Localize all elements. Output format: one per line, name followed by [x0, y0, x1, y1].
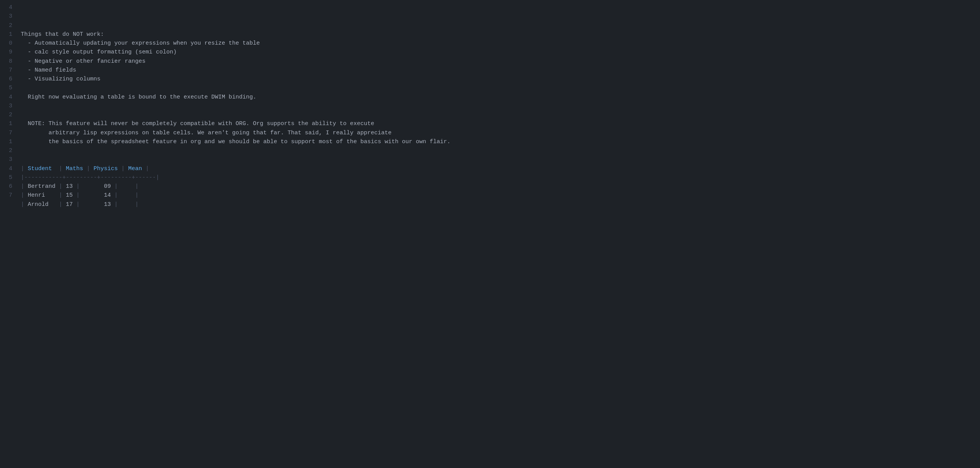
text-line	[21, 146, 980, 155]
text-line	[21, 155, 980, 164]
line-number: 5	[0, 84, 12, 92]
line-numbers: 4321098765432171234567	[0, 0, 18, 468]
line-number: 1	[0, 30, 12, 39]
text-line: - Visualizing columns	[21, 75, 980, 84]
text-line	[21, 218, 980, 227]
text-line: NOTE: This feature will never be complet…	[21, 119, 980, 128]
line-number: 3	[0, 102, 12, 110]
line-number: 2	[0, 21, 12, 30]
text-line: - Named fields	[21, 66, 980, 75]
table-row-line: | Arnold | 17 | 13 | |	[21, 200, 980, 209]
line-number: 9	[0, 48, 12, 57]
line-number: 6	[0, 75, 12, 84]
line-number: 4	[0, 93, 12, 102]
line-number: 4	[0, 164, 12, 173]
editor-content[interactable]: Things that do NOT work: - Automatically…	[18, 0, 980, 468]
line-number: 0	[0, 39, 12, 48]
text-line: - Automatically updating your expression…	[21, 39, 980, 48]
line-number: 4	[0, 3, 12, 12]
line-number: 3	[0, 155, 12, 164]
line-number: 1	[0, 119, 12, 128]
text-line: the basics of the spreadsheet feature in…	[21, 137, 980, 146]
table-separator-line: |-----------+---------+---------+------|	[21, 173, 980, 182]
text-line	[21, 102, 980, 110]
editor: 4321098765432171234567 Things that do NO…	[0, 0, 980, 468]
table-row-line: | Bertrand | 13 | 09 | |	[21, 182, 980, 191]
line-number: 8	[0, 57, 12, 66]
text-line: arbitrary lisp expressions on table cell…	[21, 129, 980, 137]
text-line	[21, 110, 980, 119]
line-number: 2	[0, 110, 12, 119]
line-number: 7	[0, 191, 12, 200]
text-line: Right now evaluating a table is bound to…	[21, 93, 980, 102]
text-line: - calc style output formatting (semi col…	[21, 48, 980, 57]
line-number: 1	[0, 137, 12, 146]
text-line	[21, 209, 980, 218]
line-number: 7	[0, 129, 12, 137]
line-number: 7	[0, 66, 12, 75]
table-row-line: | Henri | 15 | 14 | |	[21, 191, 980, 200]
line-number: 2	[0, 146, 12, 155]
line-number: 3	[0, 12, 12, 21]
line-number: 5	[0, 173, 12, 182]
table-header-line: | Student | Maths | Physics | Mean |	[21, 164, 980, 173]
text-line: Things that do NOT work:	[21, 30, 980, 39]
line-number: 6	[0, 182, 12, 191]
text-line	[21, 84, 980, 92]
text-line: - Negative or other fancier ranges	[21, 57, 980, 66]
